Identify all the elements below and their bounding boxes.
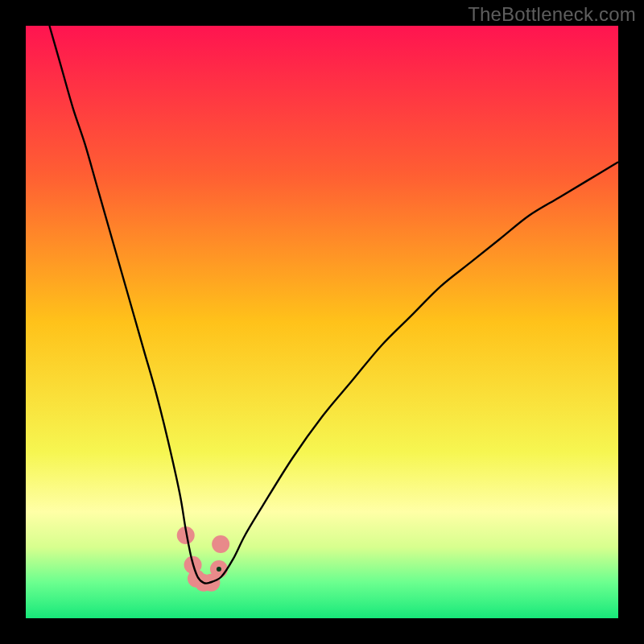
chart-stage: TheBottleneck.com bbox=[0, 0, 644, 644]
bottleneck-chart bbox=[0, 0, 644, 644]
plot-background bbox=[26, 26, 618, 618]
accent-dot bbox=[217, 567, 221, 572]
marker-dot bbox=[212, 535, 229, 553]
watermark-text: TheBottleneck.com bbox=[468, 3, 636, 26]
